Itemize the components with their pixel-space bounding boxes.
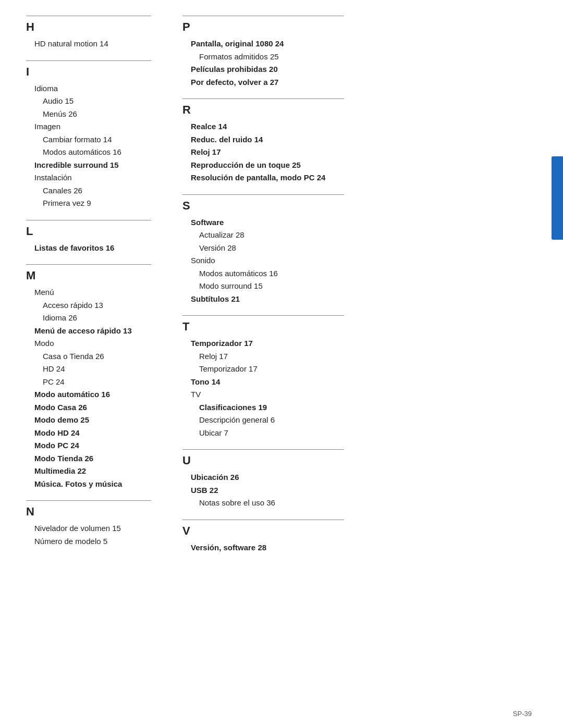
list-item: Imagen (26, 121, 151, 133)
list-item: Sonido (182, 255, 344, 267)
list-item: Número de modelo 5 (26, 536, 151, 548)
list-item: Subtítulos 21 (182, 293, 344, 305)
list-item: Modos automáticos 16 (182, 268, 344, 280)
list-item: Reproducción de un toque 25 (182, 159, 344, 171)
list-item: Actualizar 28 (182, 229, 344, 241)
section-letter: R (182, 103, 344, 117)
list-item: Resolución de pantalla, modo PC 24 (182, 172, 344, 184)
section-letter: U (182, 454, 344, 467)
index-section-n: NNivelador de volumen 15Número de modelo… (26, 500, 151, 547)
list-item: Descripción general 6 (182, 414, 344, 426)
list-item: Multimedia 22 (26, 465, 151, 477)
list-item: Formatos admitidos 25 (182, 51, 344, 63)
list-item: Música. Fotos y música (26, 478, 151, 490)
right-column: PPantalla, original 1080 24Formatos admi… (167, 16, 360, 707)
list-item: Versión 28 (182, 242, 344, 254)
section-letter: P (182, 20, 344, 34)
section-divider (182, 520, 344, 520)
list-item: Audio 15 (26, 95, 151, 107)
blue-tab (552, 156, 563, 240)
section-divider (26, 60, 151, 61)
list-item: Modo PC 24 (26, 440, 151, 452)
list-item: Listas de favoritos 16 (26, 242, 151, 254)
page-footer: SP-39 (513, 710, 532, 718)
list-item: Clasificaciones 19 (182, 402, 344, 414)
left-column: HHD natural motion 14IIdiomaAudio 15Menú… (0, 16, 167, 707)
section-divider (182, 98, 344, 99)
list-item: HD natural motion 14 (26, 38, 151, 50)
list-item: Modo (26, 338, 151, 350)
list-item: Idioma 26 (26, 312, 151, 324)
page-number: SP-39 (513, 710, 532, 718)
section-letter: H (26, 20, 151, 34)
list-item: Incredible surround 15 (26, 159, 151, 171)
section-letter: T (182, 320, 344, 334)
section-divider (182, 16, 344, 16)
index-section-l: LListas de favoritos 16 (26, 220, 151, 254)
list-item: Modo automático 16 (26, 389, 151, 401)
index-section-t: TTemporizador 17Reloj 17Temporizador 17T… (182, 315, 344, 439)
list-item: Tono 14 (182, 376, 344, 388)
list-item: Reduc. del ruido 14 (182, 134, 344, 146)
list-item: Modo demo 25 (26, 414, 151, 426)
section-divider (26, 16, 151, 16)
section-letter: M (26, 269, 151, 282)
section-divider (182, 194, 344, 195)
list-item: Casa o Tienda 26 (26, 351, 151, 363)
index-section-i: IIdiomaAudio 15Menús 26ImagenCambiar for… (26, 60, 151, 209)
list-item: Versión, software 28 (182, 542, 344, 554)
section-divider (26, 220, 151, 220)
index-section-s: SSoftwareActualizar 28Versión 28SonidoMo… (182, 194, 344, 305)
list-item: Modos automáticos 16 (26, 146, 151, 158)
section-letter: N (26, 505, 151, 519)
list-item: HD 24 (26, 363, 151, 375)
index-section-p: PPantalla, original 1080 24Formatos admi… (182, 16, 344, 88)
list-item: Realce 14 (182, 121, 344, 133)
section-divider (26, 264, 151, 265)
index-section-v: VVersión, software 28 (182, 520, 344, 554)
section-divider (182, 315, 344, 316)
list-item: Películas prohibidas 20 (182, 64, 344, 76)
list-item: Menús 26 (26, 108, 151, 120)
section-divider (182, 449, 344, 450)
list-item: Menú de acceso rápido 13 (26, 325, 151, 337)
list-item: Modo Tienda 26 (26, 453, 151, 465)
list-item: Reloj 17 (182, 146, 344, 158)
list-item: Ubicar 7 (182, 427, 344, 439)
section-letter: S (182, 199, 344, 213)
list-item: Software (182, 217, 344, 229)
section-divider (26, 500, 151, 501)
list-item: Ubicación 26 (182, 472, 344, 484)
index-section-r: RRealce 14Reduc. del ruido 14Reloj 17Rep… (182, 98, 344, 184)
list-item: Idioma (26, 83, 151, 95)
list-item: Primera vez 9 (26, 198, 151, 209)
list-item: Canales 26 (26, 185, 151, 197)
list-item: Nivelador de volumen 15 (26, 523, 151, 535)
list-item: Menú (26, 287, 151, 299)
section-letter: V (182, 524, 344, 538)
list-item: Modo Casa 26 (26, 402, 151, 414)
list-item: Temporizador 17 (182, 363, 344, 375)
list-item: TV (182, 389, 344, 401)
list-item: Por defecto, volver a 27 (182, 77, 344, 89)
list-item: Temporizador 17 (182, 338, 344, 350)
list-item: Modo HD 24 (26, 427, 151, 439)
section-letter: L (26, 225, 151, 238)
list-item: Instalación (26, 172, 151, 184)
list-item: USB 22 (182, 485, 344, 497)
index-section-u: UUbicación 26USB 22Notas sobre el uso 36 (182, 449, 344, 509)
list-item: Modo surround 15 (182, 280, 344, 292)
list-item: Cambiar formato 14 (26, 134, 151, 146)
list-item: Notas sobre el uso 36 (182, 497, 344, 509)
list-item: PC 24 (26, 376, 151, 388)
index-section-h: HHD natural motion 14 (26, 16, 151, 50)
list-item: Acceso rápido 13 (26, 300, 151, 312)
list-item: Pantalla, original 1080 24 (182, 38, 344, 50)
section-letter: I (26, 65, 151, 79)
list-item: Reloj 17 (182, 351, 344, 363)
index-section-m: MMenúAcceso rápido 13Idioma 26Menú de ac… (26, 264, 151, 490)
